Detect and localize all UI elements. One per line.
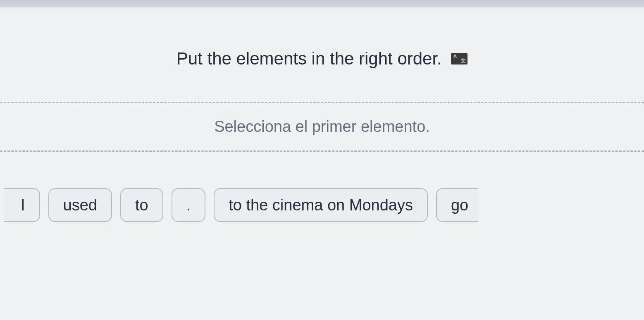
hint-text: Selecciona el primer elemento. <box>214 118 430 135</box>
token-cinema-phrase[interactable]: to the cinema on Mondays <box>214 188 428 222</box>
token-period[interactable]: . <box>172 188 206 222</box>
token-to[interactable]: to <box>120 188 163 222</box>
tokens-row: I used to . to the cinema on Mondays go <box>0 152 644 230</box>
token-i[interactable]: I <box>4 188 40 222</box>
translate-icon[interactable] <box>451 53 467 64</box>
instruction-text: Put the elements in the right order. <box>177 49 442 68</box>
token-used[interactable]: used <box>48 188 112 222</box>
window-top-bar <box>0 0 644 7</box>
instruction-section: Put the elements in the right order. <box>0 7 644 102</box>
hint-section: Selecciona el primer elemento. <box>0 103 644 150</box>
token-go[interactable]: go <box>436 188 478 222</box>
